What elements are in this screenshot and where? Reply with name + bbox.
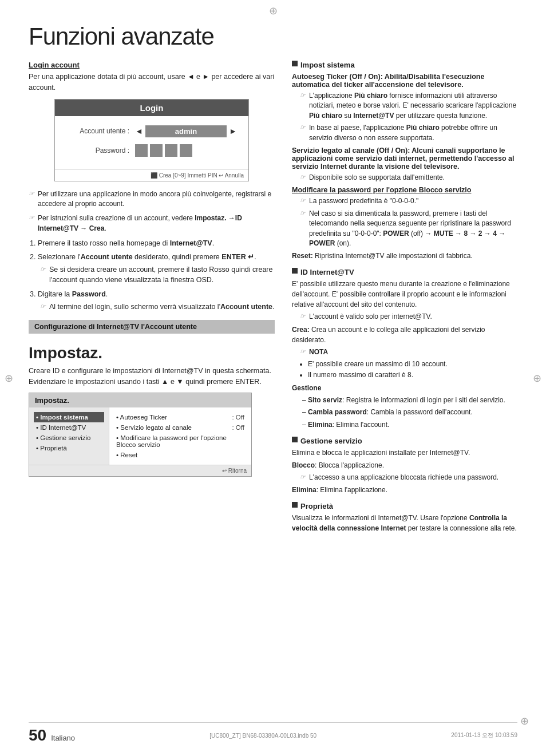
blocco-app-note: ☞ L'accesso a una applicazione bloccata … <box>300 473 517 482</box>
nota-heading-row: ☞ NOTA <box>300 347 517 357</box>
section-id-heading-row: ID Internet@TV <box>292 268 517 276</box>
footer-file-info: [UC800_ZT] BN68-03380A-00L03.indb 50 <box>209 733 316 739</box>
page-footer: 50 Italiano [UC800_ZT] BN68-03380A-00L03… <box>29 722 517 745</box>
crosshair-top-icon: ⊕ <box>269 5 278 17</box>
impostaz-right-item-4: • Reset <box>114 450 247 460</box>
nota-heading: NOTA <box>309 347 328 357</box>
impostaz-right-item-3: • Modificare la password per l'opzione B… <box>114 433 247 450</box>
gestione-list: Sito serviz: Registra le informazioni di… <box>302 395 517 430</box>
autoeseg-heading: Autoeseg Ticker (Off / On): Abilita/Disa… <box>292 73 517 89</box>
servizio-note-text: Disponibile solo se supportata dall'emit… <box>309 173 445 183</box>
blocco-note-icon-1: ☞ <box>300 197 306 204</box>
login-account-heading: Login account <box>29 61 275 69</box>
page-number-area: 50 Italiano <box>29 726 75 745</box>
nota-bullets: E' possibile creare un massimo di 10 acc… <box>308 359 517 381</box>
sito-serviz-item: Sito serviz: Registra le informazioni di… <box>302 395 517 405</box>
id-internet-text: E' possibile utilizzare questo menu dura… <box>292 279 517 310</box>
servizio-note: ☞ Disponibile solo se supportata dall'em… <box>300 173 517 183</box>
account-value: admin <box>145 125 227 137</box>
config-section-heading: Configurazione di Internet@TV l'Account … <box>29 320 275 334</box>
impostaz-item-gestione[interactable]: • Gestione servizio <box>34 433 104 443</box>
login-note-text-1: Per utilizzare una applicazione in modo … <box>38 189 275 209</box>
black-square-icon-3 <box>292 437 298 442</box>
servizio-note-icon: ☞ <box>300 173 306 181</box>
autoeseg-note-1: ☞ L'applicazione Più chiaro fornisce inf… <box>300 91 517 121</box>
nota-bullet-1: E' possibile creare un massimo di 10 acc… <box>308 359 517 369</box>
impostaz-item-id-internet[interactable]: • ID Internet@TV <box>34 422 104 433</box>
elimina-account-item: Elimina: Elimina l'account. <box>302 420 517 430</box>
blocco-note-text-2: Nel caso si sia dimenticata la password,… <box>309 209 517 249</box>
pwd-box-2 <box>150 144 163 157</box>
reset-text: Reset: Ripristina Internet@TV alle impos… <box>292 251 517 261</box>
right-arrow-icon: ► <box>229 126 237 136</box>
cambia-password-item: Cambia password: Cambia la password dell… <box>302 407 517 417</box>
autoeseg-note-icon-2: ☞ <box>300 124 306 131</box>
elimina-app-text: Elimina: Elimina l'applicazione. <box>292 485 517 495</box>
section-gestione-servizio: Gestione servizio Elimina e blocca le ap… <box>292 437 517 495</box>
crosshair-bottom-icon: ⊕ <box>520 715 529 727</box>
impostaz-title: Impostaz. <box>29 344 275 362</box>
section-proprieta: Proprietà Visualizza le informazioni di … <box>292 502 517 533</box>
step-3: Digitare la Password. ☞ Al termine del l… <box>38 289 275 312</box>
password-label: Password : <box>66 147 129 155</box>
note-icon-1: ☞ <box>29 190 34 197</box>
step-2-note: ☞ Se si desidera creare un account, prem… <box>40 264 275 285</box>
login-note-2: ☞ Per istruzioni sulla creazione di un a… <box>29 213 275 233</box>
impostaz-right-value-1: : Off <box>232 414 244 421</box>
login-box: Login Account utente : ◄ admin ► Passwor… <box>54 99 249 181</box>
servizio-heading: Servizio legato al canale (Off / On): Al… <box>292 147 517 171</box>
blocco-app-note-text: L'accesso a una applicazione bloccata ri… <box>309 473 498 482</box>
step-1: Premere il tasto rosso nella homepage di… <box>38 238 275 248</box>
section-impost-heading: Impost sistema <box>300 61 355 69</box>
black-square-icon <box>292 61 298 66</box>
password-row: Password : <box>66 144 237 157</box>
proprieta-text: Visualizza le informazioni di Internet@T… <box>292 513 517 533</box>
impostaz-right-value-2: : Off <box>232 424 244 431</box>
impostaz-item-impost-sistema[interactable]: • Impost sistema <box>34 412 104 422</box>
section-gestione-heading: Gestione servizio <box>300 437 362 445</box>
login-account-description: Per una applicazione dotata di più accou… <box>29 72 275 93</box>
impostaz-left-menu: • Impost sistema • ID Internet@TV • Gest… <box>29 407 109 465</box>
login-note-text-2: Per istruzioni sulla creazione di un acc… <box>38 213 275 233</box>
step-3-note-text: Al termine del login, sullo schermo verr… <box>49 302 275 312</box>
login-footer: ⬛ Crea [0~9] Immetti PIN ↩ Annulla <box>55 169 248 181</box>
section-proprieta-heading-row: Proprietà <box>292 502 517 510</box>
impostaz-right-label-1: • Autoeseg Ticker <box>116 414 232 421</box>
account-row: Account utente : ◄ admin ► <box>66 125 237 137</box>
black-square-icon-4 <box>292 502 298 508</box>
login-account-section: Login account Per una applicazione dotat… <box>29 61 275 312</box>
section-impost-sistema: Impost sistema Autoeseg Ticker (Off / On… <box>292 61 517 261</box>
impostaz-right-label-4: • Reset <box>116 452 244 458</box>
step-3-note: ☞ Al termine del login, sullo schermo ve… <box>40 302 275 312</box>
left-arrow-icon: ◄ <box>135 126 143 136</box>
impostaz-item-proprieta[interactable]: • Proprietà <box>34 443 104 453</box>
impostaz-box: Impostaz. • Impost sistema • ID Internet… <box>29 393 252 477</box>
impostaz-right-item-2: • Servizio legato al canale : Off <box>114 422 247 433</box>
right-column: Impost sistema Autoeseg Ticker (Off / On… <box>292 61 517 540</box>
page-language: Italiano <box>51 734 75 742</box>
impostaz-right-label-2: • Servizio legato al canale <box>116 424 232 431</box>
step-2: Selezionare l'Account utente desiderato,… <box>38 252 275 285</box>
section-id-heading: ID Internet@TV <box>300 268 354 276</box>
crosshair-right-icon: ⊕ <box>533 372 541 385</box>
impostaz-box-body: • Impost sistema • ID Internet@TV • Gest… <box>29 407 251 465</box>
nota-bullet-2: Il numero massimo di caratteri è 8. <box>308 370 517 380</box>
blocco-heading: Modificare la password per l'opzione Blo… <box>292 186 517 194</box>
impostaz-right-item-1: • Autoeseg Ticker : Off <box>114 412 247 422</box>
id-note-icon: ☞ <box>300 312 306 320</box>
blocco-app-note-icon: ☞ <box>300 473 306 481</box>
password-boxes <box>135 144 192 157</box>
id-note-text: L'account è valido solo per internet@TV. <box>309 312 432 322</box>
impostaz-section: Impostaz. Creare ID e configurare le imp… <box>29 344 275 477</box>
section-gestione-heading-row: Gestione servizio <box>292 437 517 445</box>
login-steps: Premere il tasto rosso nella homepage di… <box>38 238 275 312</box>
impostaz-description: Creare ID e configurare le impostazioni … <box>29 366 275 387</box>
step-2-note-text: Se si desidera creare un account, premer… <box>49 264 275 285</box>
login-note-1: ☞ Per utilizzare una applicazione in mod… <box>29 189 275 209</box>
nota-icon: ☞ <box>300 348 306 355</box>
login-box-body: Account utente : ◄ admin ► Password : <box>55 116 248 169</box>
pwd-box-3 <box>165 144 177 157</box>
blocco-note-2: ☞ Nel caso si sia dimenticata la passwor… <box>300 209 517 249</box>
autoeseg-note-icon-1: ☞ <box>300 92 306 99</box>
autoeseg-note-text-2: In base al paese, l'applicazione Più chi… <box>309 123 517 143</box>
